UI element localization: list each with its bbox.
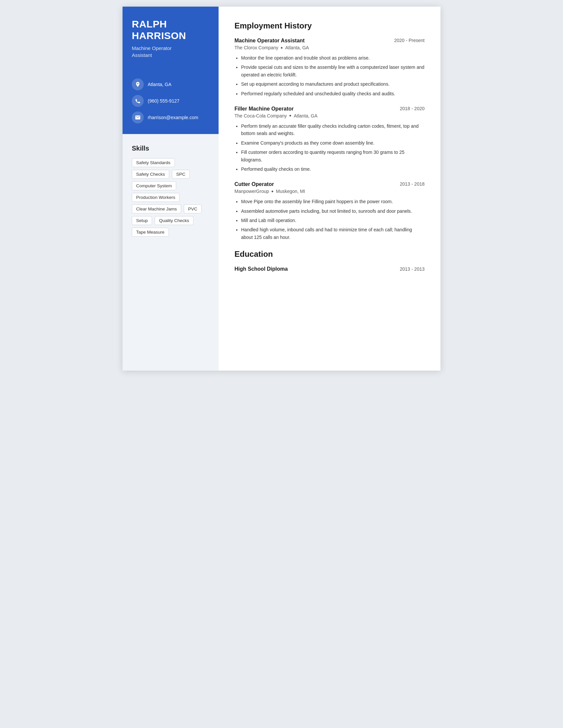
skill-tag: Computer System [132, 181, 176, 190]
education-1-dates: 2013 - 2013 [400, 266, 425, 272]
contact-location: Atlanta, GA [132, 78, 209, 90]
skill-tag: Safety Standards [132, 158, 175, 167]
job-3-bullet-4: Handled high volume, inbound calls and h… [241, 226, 425, 241]
job-3-bullets: Move Pipe onto the assembly line Filling… [234, 198, 425, 241]
dot-icon [290, 115, 291, 116]
skill-tag: SPC [172, 170, 190, 179]
education-1-degree: High School Diploma [234, 266, 288, 272]
skill-tag: Tape Measure [132, 228, 169, 237]
job-1-dates: 2020 - Present [394, 38, 425, 43]
job-3-company: ManpowerGroup Muskegon, MI [234, 189, 425, 194]
phone-text: (960) 555-9127 [148, 98, 179, 104]
phone-icon [132, 95, 144, 107]
job-3-dates: 2013 - 2018 [400, 181, 425, 187]
employment-section-title: Employment History [234, 21, 425, 30]
skills-title: Skills [132, 145, 209, 152]
job-2-bullet-2: Examine Company's products as they come … [241, 139, 425, 147]
education-section-title: Education [234, 250, 425, 259]
job-1-bullets: Monitor the line operation and trouble s… [234, 54, 425, 97]
name-line1: RALPH [132, 19, 167, 29]
education-section: Education High School Diploma 2013 - 201… [234, 250, 425, 272]
skill-tag: Production Workers [132, 193, 179, 202]
job-1-header: Machine Operator Assistant 2020 - Presen… [234, 38, 425, 44]
job-3: Cutter Operator 2013 - 2018 ManpowerGrou… [234, 181, 425, 241]
skills-list: Safety StandardsSafety ChecksSPCComputer… [132, 158, 209, 237]
candidate-name: RALPH HARRISON [132, 19, 209, 41]
skill-tag: PVC [184, 205, 202, 213]
name-line2: HARRISON [132, 30, 186, 41]
job-3-bullet-1: Move Pipe onto the assembly line Filling… [241, 198, 425, 205]
education-1: High School Diploma 2013 - 2013 [234, 266, 425, 272]
job-3-bullet-3: Mill and Lab mill operation. [241, 217, 425, 224]
contact-email: rharrison@example.com [132, 112, 209, 123]
job-1-bullet-3: Set up equipment according to manufactur… [241, 80, 425, 88]
skill-tag: Setup [132, 216, 152, 225]
job-3-header: Cutter Operator 2013 - 2018 [234, 181, 425, 187]
job-1-title: Machine Operator Assistant [234, 38, 305, 44]
job-2-dates: 2018 - 2020 [400, 106, 425, 111]
skill-tag: Safety Checks [132, 170, 169, 179]
job-1: Machine Operator Assistant 2020 - Presen… [234, 38, 425, 97]
job-2-title: Filler Machine Operator [234, 106, 294, 112]
candidate-title: Machine OperatorAssistant [132, 45, 209, 59]
main-content: Employment History Machine Operator Assi… [218, 7, 441, 371]
job-1-company: The Clorox Company Atlanta, GA [234, 45, 425, 50]
job-2-bullet-4: Performed quality checks on time. [241, 165, 425, 173]
job-2-bullet-1: Perform timely an accurate filler qualit… [241, 122, 425, 137]
contact-section: Atlanta, GA (960) 555-9127 rharrison@exa… [122, 70, 218, 134]
email-text: rharrison@example.com [148, 115, 198, 120]
skills-section: Skills Safety StandardsSafety ChecksSPCC… [122, 134, 218, 371]
contact-phone: (960) 555-9127 [132, 95, 209, 107]
job-1-bullet-1: Monitor the line operation and trouble s… [241, 54, 425, 62]
location-text: Atlanta, GA [148, 82, 171, 87]
job-2-header: Filler Machine Operator 2018 - 2020 [234, 106, 425, 112]
skill-tag: Quality Checks [155, 216, 193, 225]
job-2-bullet-3: Fill customer orders according to quanti… [241, 149, 425, 163]
skill-tag: Clear Machine Jams [132, 205, 181, 213]
job-3-title: Cutter Operator [234, 181, 274, 187]
job-3-bullet-2: Assembled automotive parts including, bu… [241, 207, 425, 215]
email-icon [132, 112, 144, 123]
job-1-bullet-4: Performed regularly scheduled and unsche… [241, 90, 425, 97]
job-2-company: The Coca-Cola Company Atlanta, GA [234, 113, 425, 118]
job-2-bullets: Perform timely an accurate filler qualit… [234, 122, 425, 173]
location-icon [132, 78, 144, 90]
job-2: Filler Machine Operator 2018 - 2020 The … [234, 106, 425, 173]
job-1-bullet-2: Provide special cuts and sizes to the as… [241, 64, 425, 78]
sidebar: RALPH HARRISON Machine OperatorAssistant… [122, 7, 218, 371]
resume-container: RALPH HARRISON Machine OperatorAssistant… [122, 7, 441, 371]
dot-icon [271, 191, 273, 192]
sidebar-header: RALPH HARRISON Machine OperatorAssistant [122, 7, 218, 70]
dot-icon [281, 47, 283, 49]
